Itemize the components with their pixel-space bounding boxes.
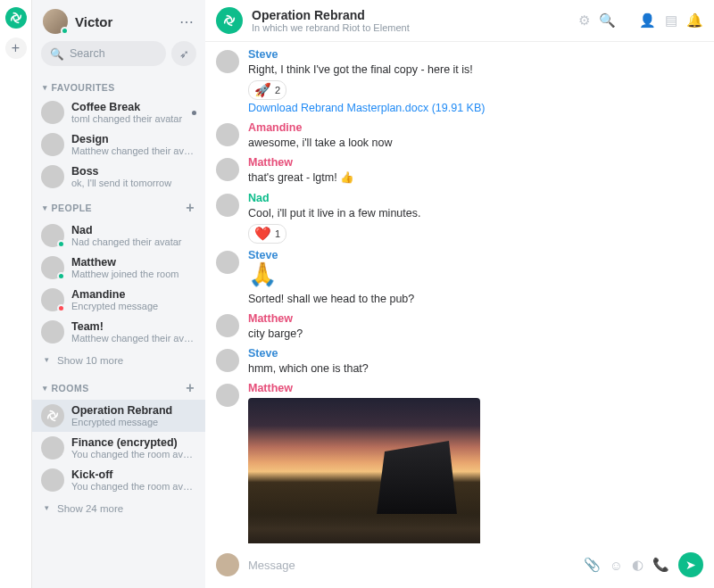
room-avatar[interactable] xyxy=(216,7,243,34)
explore-button[interactable]: ➶ xyxy=(171,41,196,66)
show-more-rooms[interactable]: ▾Show 24 more xyxy=(32,496,205,521)
files-icon[interactable]: ▤ xyxy=(665,12,677,29)
emoji-icon[interactable]: ☺ xyxy=(610,558,623,573)
room-header: Operation Rebrand In which we rebrand Ri… xyxy=(205,0,714,42)
room-item-title: Kick-off xyxy=(71,468,196,481)
room-item-avatar xyxy=(41,165,64,188)
section-rooms[interactable]: ▾ ROOMS + xyxy=(32,373,205,400)
user-header[interactable]: Victor ⋯ xyxy=(32,0,205,41)
message-avatar[interactable] xyxy=(216,158,239,181)
message-text: Right, I think I've got the final copy -… xyxy=(248,62,703,78)
room-item-title: Amandine xyxy=(71,288,196,301)
room-item-avatar xyxy=(41,288,64,311)
room-item[interactable]: DesignMatthew changed their avatar xyxy=(32,128,205,161)
room-item-subtitle: You changed the room avatar xyxy=(71,481,196,492)
room-title: Operation Rebrand xyxy=(252,8,569,22)
message: Steve🙏 xyxy=(216,246,703,288)
room-item-subtitle: Encrypted message xyxy=(71,301,196,311)
room-item-title: Team! xyxy=(71,320,196,333)
reaction-pill[interactable]: 🚀2 xyxy=(248,80,286,100)
room-item-avatar xyxy=(41,436,64,460)
message: Matthewcity barge? xyxy=(216,310,703,344)
space-home-icon[interactable] xyxy=(5,7,27,29)
room-item[interactable]: MatthewMatthew joined the room xyxy=(32,252,205,284)
chevron-down-icon: ▾ xyxy=(43,83,48,92)
user-menu-icon[interactable]: ⋯ xyxy=(179,13,195,30)
room-item[interactable]: Coffee Breaktoml changed their avatar xyxy=(32,96,205,128)
section-label: FAVOURITES xyxy=(52,82,115,93)
room-item-subtitle: ok, I'll send it tomorrow xyxy=(71,178,196,188)
message-author[interactable]: Steve xyxy=(248,48,703,61)
message-author[interactable]: Matthew xyxy=(248,312,703,325)
room-item-title: Coffee Break xyxy=(71,101,183,113)
add-person-icon[interactable]: + xyxy=(186,200,195,216)
room-item-avatar xyxy=(41,320,64,344)
message-input[interactable]: Message xyxy=(248,559,575,572)
room-item-title: Boss xyxy=(71,165,196,178)
message-text: Cool, i'll put it live in a few minutes. xyxy=(248,205,703,221)
members-icon[interactable]: 👤 xyxy=(639,12,656,29)
message-author[interactable]: Amandine xyxy=(248,121,703,134)
reaction-pill[interactable]: ❤️1 xyxy=(248,224,286,244)
room-item-avatar xyxy=(41,133,64,156)
message-text: hmm, which one is that? xyxy=(248,360,703,377)
room-item[interactable]: Team!Matthew changed their avatar xyxy=(32,316,205,348)
image-attachment[interactable] xyxy=(248,398,480,543)
message-avatar[interactable] xyxy=(216,349,239,372)
search-input[interactable]: 🔍 Search xyxy=(41,41,166,66)
search-room-icon[interactable]: 🔍 xyxy=(599,12,616,29)
message-author[interactable]: Matthew xyxy=(248,156,703,169)
room-item[interactable]: AmandineEncrypted message xyxy=(32,284,205,316)
room-topic: In which we rebrand Riot to Element xyxy=(252,22,569,33)
message-author[interactable]: Steve xyxy=(248,249,703,261)
section-people[interactable]: ▾ PEOPLE + xyxy=(32,193,205,219)
chevron-down-icon: ▾ xyxy=(43,203,48,212)
message-avatar[interactable] xyxy=(216,251,239,274)
message: Matthewthat's great - lgtm! 👍 xyxy=(216,153,703,188)
show-more-people[interactable]: ▾Show 10 more xyxy=(32,348,205,373)
message-avatar[interactable] xyxy=(216,50,239,73)
room-item[interactable]: Kick-offYou changed the room avatar xyxy=(32,464,205,496)
room-item[interactable]: Operation RebrandEncrypted message xyxy=(32,400,205,432)
room-item[interactable]: NadNad changed their avatar xyxy=(32,219,205,252)
status-indicator xyxy=(57,272,65,280)
add-room-icon[interactable]: + xyxy=(186,380,195,396)
room-item-title: Matthew xyxy=(71,256,196,269)
room-item-avatar xyxy=(41,468,64,492)
user-name: Victor xyxy=(75,14,172,29)
attachment-link[interactable]: Download Rebrand Masterplan.docx (19.91 … xyxy=(248,100,703,116)
chevron-down-icon: ▾ xyxy=(45,503,49,512)
message-avatar[interactable] xyxy=(216,384,239,407)
voice-call-icon[interactable]: 📞 xyxy=(652,557,669,573)
message: Sorted! shall we head to the pub? xyxy=(216,288,703,310)
section-label: PEOPLE xyxy=(52,203,93,213)
message-author[interactable]: Nad xyxy=(248,192,703,204)
notifications-icon[interactable]: 🔔 xyxy=(686,12,703,29)
sidebar: Victor ⋯ 🔍 Search ➶ ▾ FAVOURITES Coffee … xyxy=(32,0,205,588)
room-item-subtitle: Matthew changed their avatar xyxy=(71,333,196,344)
settings-icon[interactable]: ⚙ xyxy=(578,12,590,29)
message: Matthew xyxy=(216,379,703,543)
chevron-down-icon: ▾ xyxy=(45,355,49,364)
section-favourites[interactable]: ▾ FAVOURITES xyxy=(32,75,205,96)
search-placeholder: Search xyxy=(70,47,105,60)
spaces-rail: + xyxy=(0,0,32,588)
create-space-button[interactable]: + xyxy=(5,37,27,59)
message-author[interactable]: Steve xyxy=(248,347,703,360)
room-item[interactable]: Bossok, I'll send it tomorrow xyxy=(32,161,205,193)
message-list[interactable]: SteveRight, I think I've got the final c… xyxy=(205,42,714,543)
room-item-subtitle: Matthew joined the room xyxy=(71,269,196,279)
room-item-avatar xyxy=(41,101,64,124)
message-author[interactable]: Matthew xyxy=(248,382,703,394)
room-item[interactable]: Finance (encrypted)You changed the room … xyxy=(32,432,205,464)
message-avatar[interactable] xyxy=(216,194,239,217)
message-avatar[interactable] xyxy=(216,123,239,146)
user-avatar[interactable] xyxy=(43,9,68,34)
status-indicator xyxy=(57,240,65,248)
room-item-subtitle: Encrypted message xyxy=(71,417,196,427)
attach-icon[interactable]: 📎 xyxy=(584,557,601,573)
send-button[interactable]: ➤ xyxy=(678,552,703,577)
sticker-icon[interactable]: ◐ xyxy=(632,557,643,573)
message-avatar[interactable] xyxy=(216,314,239,337)
room-item-subtitle: Matthew changed their avatar xyxy=(71,145,196,156)
